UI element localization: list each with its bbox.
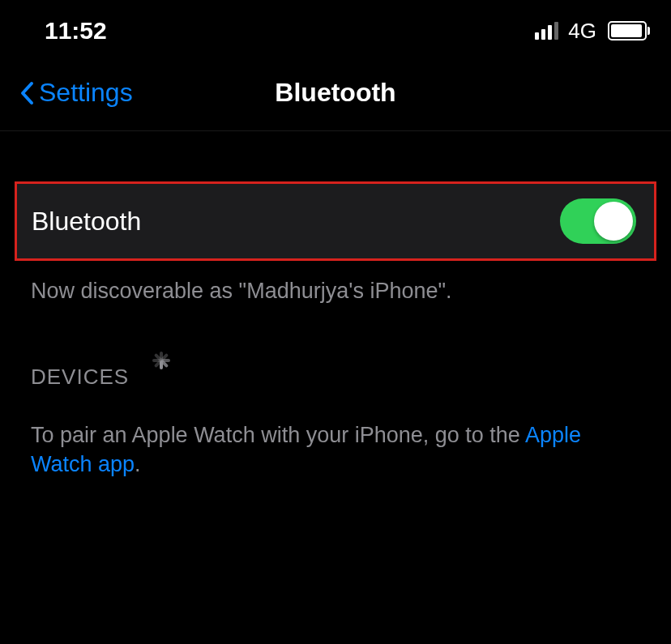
network-type: 4G [568,19,596,44]
navigation-bar: Settings Bluetooth [0,62,671,131]
bluetooth-toggle[interactable] [560,198,636,244]
bluetooth-row-highlight: Bluetooth [15,181,656,261]
toggle-knob [594,202,633,241]
pair-instructions: To pair an Apple Watch with your iPhone,… [0,403,671,497]
back-button[interactable]: Settings [19,78,133,108]
status-time: 11:52 [45,17,107,45]
devices-label: DEVICES [31,365,129,390]
page-title: Bluetooth [275,78,395,108]
bluetooth-toggle-row[interactable]: Bluetooth [17,184,654,258]
pair-text-prefix: To pair an Apple Watch with your iPhone,… [31,423,525,447]
chevron-left-icon [19,81,34,105]
battery-icon [608,21,647,41]
devices-section-header: DEVICES [0,322,671,403]
cellular-signal-icon [535,22,558,40]
discoverable-status: Now discoverable as "Madhurjya's iPhone"… [0,261,671,322]
bluetooth-label: Bluetooth [32,207,141,237]
back-label: Settings [39,78,133,108]
status-indicators: 4G [535,19,647,44]
content-area: Bluetooth Now discoverable as "Madhurjya… [0,131,671,497]
pair-text-suffix: . [135,452,141,476]
spinner-icon [145,360,177,393]
status-bar: 11:52 4G [0,0,671,62]
